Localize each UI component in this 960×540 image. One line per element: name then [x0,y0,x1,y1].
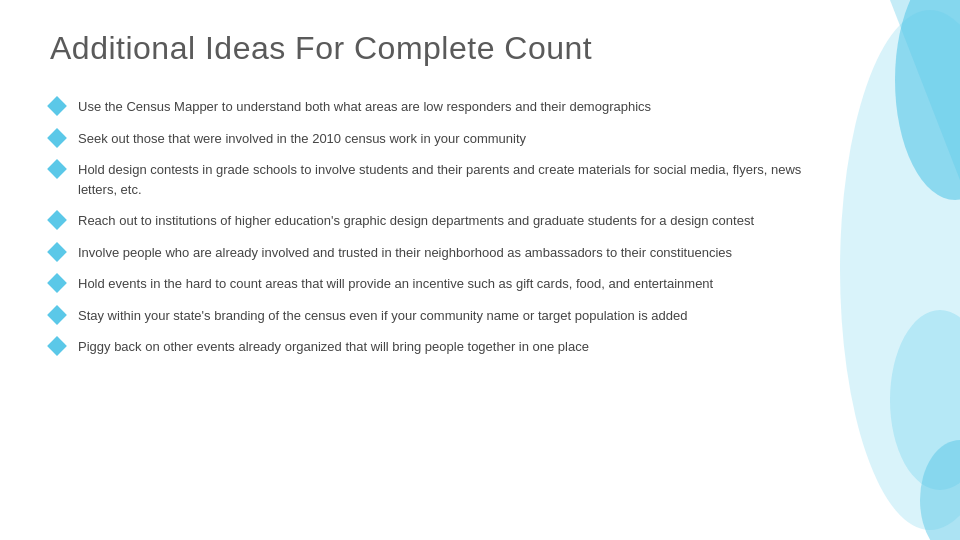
bullet-diamond-icon [47,128,67,148]
slide-content: Additional Ideas For Complete Count Use … [0,0,960,389]
list-item: Hold design contests in grade schools to… [50,160,810,199]
slide-title: Additional Ideas For Complete Count [50,30,910,67]
bullet-text: Stay within your state's branding of the… [78,306,810,326]
bullet-text: Involve people who are already involved … [78,243,810,263]
bullet-diamond-icon [47,242,67,262]
bullet-diamond-icon [47,336,67,356]
bullet-diamond-icon [47,305,67,325]
list-item: Use the Census Mapper to understand both… [50,97,810,117]
bullet-text: Seek out those that were involved in the… [78,129,810,149]
bullet-text: Hold design contests in grade schools to… [78,160,810,199]
list-item: Stay within your state's branding of the… [50,306,810,326]
list-item: Hold events in the hard to count areas t… [50,274,810,294]
bullet-diamond-icon [47,159,67,179]
bullet-diamond-icon [47,210,67,230]
list-item: Reach out to institutions of higher educ… [50,211,810,231]
list-item: Involve people who are already involved … [50,243,810,263]
slide: Additional Ideas For Complete Count Use … [0,0,960,540]
bullet-diamond-icon [47,273,67,293]
bullet-text: Piggy back on other events already organ… [78,337,810,357]
list-item: Seek out those that were involved in the… [50,129,810,149]
bullet-text: Reach out to institutions of higher educ… [78,211,810,231]
list-item: Piggy back on other events already organ… [50,337,810,357]
bullet-text: Hold events in the hard to count areas t… [78,274,810,294]
bullet-text: Use the Census Mapper to understand both… [78,97,810,117]
bullet-list: Use the Census Mapper to understand both… [50,97,910,357]
svg-point-3 [920,440,960,540]
bullet-diamond-icon [47,96,67,116]
